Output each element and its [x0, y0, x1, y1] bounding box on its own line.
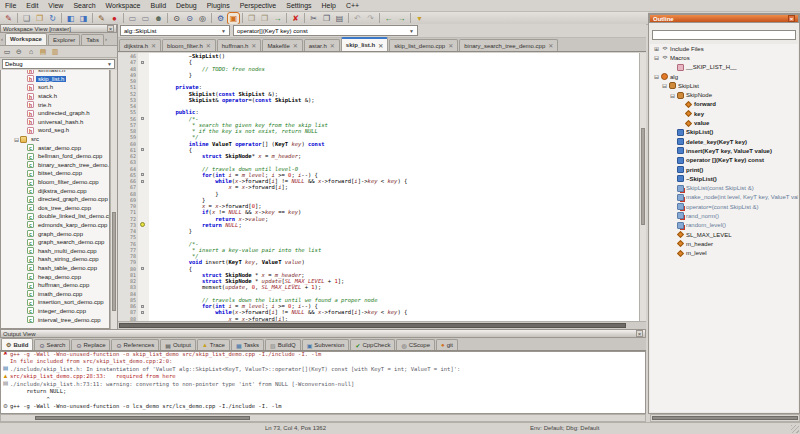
- workspace-scrollbar[interactable]: [110, 70, 117, 329]
- output-tab-tasks[interactable]: ▦Tasks: [231, 339, 264, 350]
- outline-item-operator-const-SkipList[interactable]: operator=(const SkipList &): [650, 202, 798, 211]
- outline-item-SkipList[interactable]: ⊟SkipList: [650, 81, 798, 90]
- new-file-icon[interactable]: ❏: [21, 13, 32, 24]
- menu-build[interactable]: Build: [145, 0, 171, 12]
- goto-active-icon[interactable]: ⌂: [26, 47, 36, 57]
- edit-config-icon[interactable]: ✎: [96, 13, 107, 24]
- outline-item-rand_norm[interactable]: rand_norm(): [650, 211, 798, 220]
- close-tab-icon[interactable]: ✕: [330, 42, 335, 49]
- tree-item-graph_search_demo-cpp[interactable]: cgraph_search_demo.cpp: [1, 238, 109, 247]
- close-icon[interactable]: ×: [636, 330, 643, 337]
- build-icon[interactable]: ⚙: [215, 13, 226, 24]
- about-icon[interactable]: ✎: [3, 13, 14, 24]
- folder2-icon[interactable]: ❐: [259, 13, 270, 24]
- back-icon[interactable]: ←: [383, 13, 394, 24]
- close-tab-icon[interactable]: ✕: [251, 42, 256, 49]
- menu-view[interactable]: View: [43, 0, 68, 12]
- editor-tab-bloom_filter-h[interactable]: bloom_filter.h✕: [162, 39, 216, 51]
- outline-item-make_node-int-level-KeyT-key-ValueT-value[interactable]: make_node(int level, KeyT key, ValueT va…: [650, 193, 798, 202]
- menu-debug[interactable]: Debug: [171, 0, 202, 12]
- menu-workspace[interactable]: Workspace: [101, 0, 146, 12]
- editor-tab-skip_list_demo-cpp[interactable]: skip_list_demo.cpp✕: [389, 39, 458, 51]
- menu-help[interactable]: Help: [317, 0, 341, 12]
- output-tab-cppcheck[interactable]: ✔CppCheck: [350, 339, 395, 350]
- copy-icon[interactable]: ❐: [321, 13, 332, 24]
- cut-icon[interactable]: ✂: [308, 13, 319, 24]
- tree-item-insertion_sort_demo-cpp[interactable]: cinsertion_sort_demo.cpp: [1, 298, 109, 307]
- tree-item-stack-h[interactable]: hstack.h: [1, 92, 109, 101]
- find-resource-icon[interactable]: ◎: [197, 13, 208, 24]
- folder-icon[interactable]: ❐: [246, 13, 257, 24]
- outline-item-SkipList[interactable]: SkipList(): [650, 128, 798, 137]
- outline-item-__SKIP_LIST_H__[interactable]: __SKIP_LIST_H__: [650, 63, 798, 72]
- tree-item-astar_demo-cpp[interactable]: castar_demo.cpp: [1, 143, 109, 152]
- build-output[interactable]: ✘g++ -g -Wall -Wno-unused-function -o sk…: [0, 351, 646, 414]
- window2-icon[interactable]: ▭: [140, 13, 151, 24]
- tree-item-bitset_demo-cpp[interactable]: cbitset_demo.cpp: [1, 169, 109, 178]
- output-tab-subversion[interactable]: ▣Subversion: [302, 339, 350, 350]
- function-select[interactable]: operator[](KeyT key) const ▼: [233, 25, 418, 36]
- outline-item-key[interactable]: key: [650, 109, 798, 118]
- outline-item-random_level[interactable]: random_level(): [650, 221, 798, 230]
- tree-item-dijkstra_demo-cpp[interactable]: cdijkstra_demo.cpp: [1, 186, 109, 195]
- find-in-files-icon[interactable]: ⊙: [184, 13, 195, 24]
- tree-item-huffman_demo-cpp[interactable]: chuffman_demo.cpp: [1, 281, 109, 290]
- tree-item-interval_tree_demo-cpp[interactable]: cinterval_tree_demo.cpp: [1, 315, 109, 324]
- outline-item-SkipNode[interactable]: ⊟SkipNode: [650, 90, 798, 99]
- editor-tab-astar-h[interactable]: astar.h✕: [304, 39, 340, 51]
- output-line-6[interactable]: return NULL;: [1, 388, 645, 396]
- tag-a-icon[interactable]: ▤: [38, 47, 48, 57]
- output-line-4[interactable]: ▲src/skip_list_demo.cpp:28:33: required …: [1, 373, 645, 381]
- stop-icon[interactable]: ✘: [290, 13, 301, 24]
- close-icon[interactable]: ×: [788, 15, 795, 22]
- find-icon[interactable]: ⊙: [171, 13, 182, 24]
- close-tab-icon[interactable]: ✕: [151, 42, 156, 49]
- close-tab-icon[interactable]: ✕: [378, 42, 383, 49]
- output-line-7[interactable]: ^: [1, 395, 645, 403]
- record-icon[interactable]: ●: [109, 13, 120, 24]
- outline-item-forward[interactable]: forward: [650, 100, 798, 109]
- output-tab-build[interactable]: ⚙Build: [1, 338, 33, 350]
- debugger-icon[interactable]: ☻: [153, 13, 164, 24]
- tree-item-graph_demo-cpp[interactable]: cgraph_demo.cpp: [1, 229, 109, 238]
- tab-explorer[interactable]: Explorer: [48, 34, 80, 45]
- output-line-3[interactable]: ▤./include/skip_list.h: In instantiation…: [1, 365, 645, 373]
- menu-settings[interactable]: Settings: [281, 0, 316, 12]
- close-tab-icon[interactable]: ✕: [448, 42, 453, 49]
- outline-item-Macros[interactable]: ⊟<>Macros: [650, 53, 798, 62]
- tree-item-hash_string_demo-cpp[interactable]: chash_string_demo.cpp: [1, 255, 109, 264]
- close-tab-icon[interactable]: ✕: [548, 42, 553, 49]
- editor-tab-Makefile[interactable]: Makefile✕: [262, 39, 302, 51]
- tree-item-hash_table_demo-cpp[interactable]: chash_table_demo.cpp: [1, 264, 109, 273]
- output-hscrollbar[interactable]: [0, 414, 646, 422]
- tab-tabs[interactable]: Tabs: [81, 34, 104, 45]
- tab-workspace[interactable]: Workspace: [5, 33, 47, 45]
- tree-item-sort-h[interactable]: hsort.h: [1, 83, 109, 92]
- output-tab-cscope[interactable]: ◎CScope: [396, 339, 435, 350]
- output-line-2[interactable]: In file included from src/skip_list_demo…: [1, 358, 645, 366]
- forward-icon[interactable]: →: [396, 13, 407, 24]
- outline-item-alg[interactable]: ⊟alg: [650, 72, 798, 81]
- outline-item-delete_key-KeyT-key[interactable]: delete_key(KeyT key): [650, 137, 798, 146]
- tree-item-integer_demo-cpp[interactable]: cinteger_demo.cpp: [1, 307, 109, 316]
- tree-item-binary_search_tree_demo-cpp[interactable]: cbinary_search_tree_demo.cpp: [1, 161, 109, 170]
- close-icon[interactable]: ×: [107, 25, 114, 32]
- paste-icon[interactable]: ▤: [334, 13, 345, 24]
- output-tab-replace[interactable]: ⊙Replace: [71, 339, 110, 350]
- output-tab-git[interactable]: ●git: [436, 339, 458, 350]
- menu-perspective[interactable]: Perspective: [235, 0, 282, 12]
- output-line-8[interactable]: ⚙g++ -g -Wall -Wno-unused-function -o lc…: [1, 403, 645, 411]
- outline-search-input[interactable]: [652, 30, 796, 40]
- tree-item-double_linked_list_demo-cpp[interactable]: cdouble_linked_list_demo.cpp: [1, 212, 109, 221]
- build-config-select[interactable]: Debug ▼: [2, 59, 115, 69]
- tree-item-undirected_graph-h[interactable]: hundirected_graph.h: [1, 109, 109, 118]
- tree-item-directed_graph_demo-cpp[interactable]: cdirected_graph_demo.cpp: [1, 195, 109, 204]
- editor-tab-binary_search_tree_demo-cpp[interactable]: binary_search_tree_demo.cpp✕: [459, 39, 558, 51]
- tree-item-bellman_ford_demo-cpp[interactable]: cbellman_ford_demo.cpp: [1, 152, 109, 161]
- highlight-icon[interactable]: ▣: [228, 13, 239, 24]
- menu-plugins[interactable]: Plugins: [202, 0, 235, 12]
- output-tab-search[interactable]: ⊙Search: [34, 339, 70, 350]
- tree-item-src[interactable]: ⊟src: [1, 135, 109, 144]
- collapse-all-icon[interactable]: ⊖: [14, 47, 24, 57]
- outline-item-insert-KeyT-key-ValueT-value[interactable]: insert(KeyT key, ValueT value): [650, 146, 798, 155]
